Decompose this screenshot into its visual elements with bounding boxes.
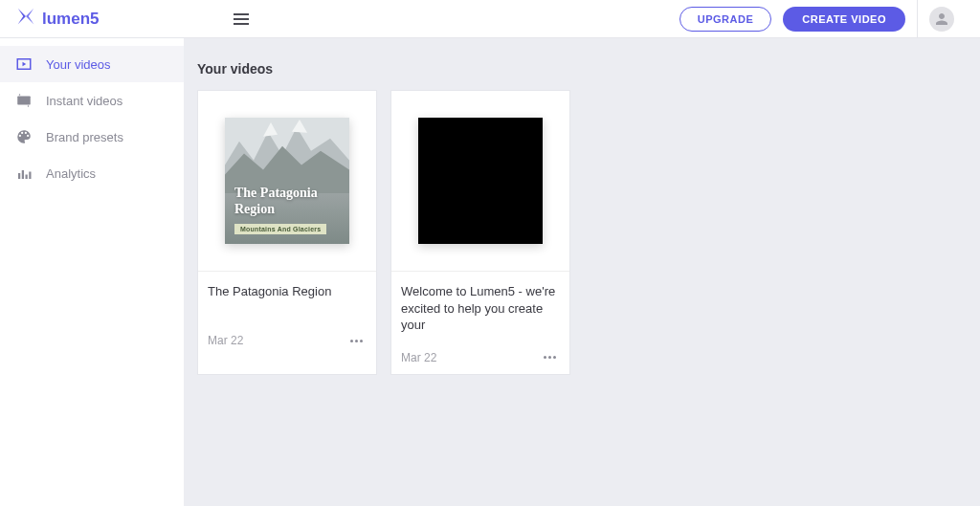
sidebar-item-analytics[interactable]: Analytics [0,155,184,191]
thumbnail-title: The Patagonia Region [234,186,340,218]
header: lumen5 UPGRADE CREATE VIDEO [0,0,980,38]
menu-toggle-icon[interactable] [234,13,249,25]
svg-point-4 [28,105,30,107]
svg-rect-2 [17,97,31,105]
sparkle-video-icon [15,92,33,109]
video-card[interactable]: The Patagonia Region Mountains And Glaci… [197,90,377,375]
sidebar-item-your-videos[interactable]: Your videos [0,46,184,82]
sidebar-item-label: Brand presets [46,130,123,144]
main-content: Your videos [184,38,980,506]
sidebar-item-label: Instant videos [46,94,122,108]
palette-icon [15,128,33,145]
video-title: Welcome to Lumen5 - we're excited to hel… [401,283,560,334]
svg-rect-6 [22,170,24,179]
more-menu-icon[interactable] [346,336,367,346]
svg-point-3 [19,94,21,96]
svg-rect-5 [18,173,20,179]
sidebar-item-label: Your videos [46,57,110,72]
avatar-container [917,0,965,38]
svg-marker-0 [18,9,26,25]
sidebar-item-label: Analytics [46,166,96,181]
thumbnail-badge: Mountains And Glaciers [234,224,326,234]
video-grid: The Patagonia Region Mountains And Glaci… [197,90,967,375]
svg-rect-8 [29,172,31,180]
sidebar-item-brand-presets[interactable]: Brand presets [0,119,184,155]
video-title: The Patagonia Region [208,283,367,317]
header-actions: UPGRADE CREATE VIDEO [679,0,965,38]
video-card[interactable]: Welcome to Lumen5 - we're excited to hel… [390,90,570,375]
upgrade-button[interactable]: UPGRADE [679,7,772,32]
create-video-button[interactable]: CREATE VIDEO [783,7,905,32]
video-date: Mar 22 [401,351,436,364]
video-thumbnail: The Patagonia Region Mountains And Glaci… [198,91,376,271]
more-menu-icon[interactable] [540,352,560,363]
logo-text: lumen5 [42,10,100,29]
svg-marker-1 [26,9,33,25]
bars-icon [15,165,33,182]
page-title: Your videos [197,61,967,77]
play-icon [15,55,33,73]
video-date: Mar 22 [208,334,243,347]
logo[interactable]: lumen5 [15,6,100,32]
user-avatar[interactable] [929,7,954,32]
sidebar: Your videos Instant videos Brand presets… [0,38,184,506]
svg-rect-7 [26,175,28,180]
sidebar-item-instant-videos[interactable]: Instant videos [0,82,184,119]
logo-icon [15,6,36,32]
video-thumbnail [391,91,569,271]
body: Your videos Instant videos Brand presets… [0,38,980,506]
